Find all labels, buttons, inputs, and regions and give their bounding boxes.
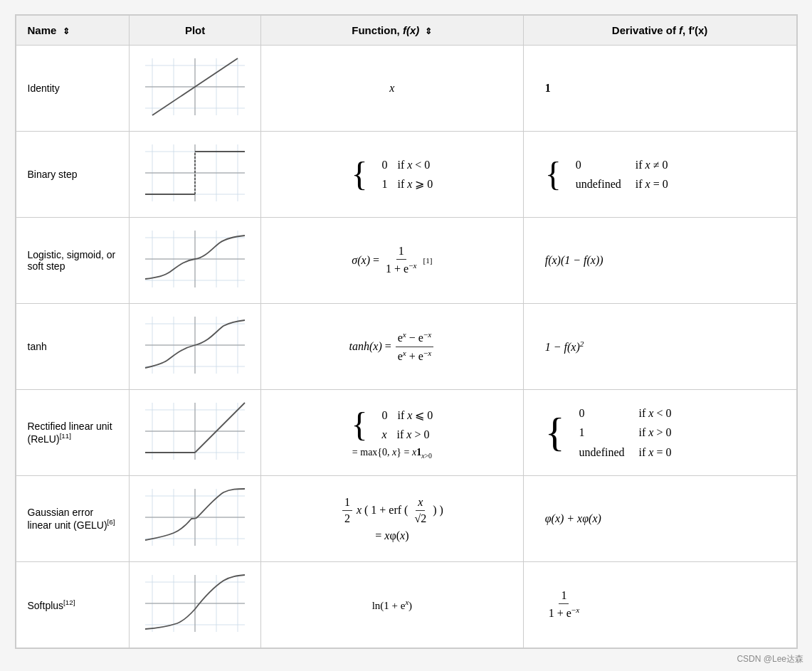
plot-cell-relu: [130, 390, 261, 476]
func-cell-tanh: tanh(x) = ex − e−x ex + e−x: [261, 304, 524, 390]
sort-icon-name[interactable]: ⇕: [63, 26, 70, 36]
header-name[interactable]: Name ⇕: [16, 16, 130, 46]
table-row: Softplus[12]: [16, 562, 796, 648]
name-cell-softplus: Softplus[12]: [16, 562, 130, 648]
deriv-cell-gelu: φ(x) + xφ(x): [523, 476, 796, 562]
plot-cell-softplus: [130, 562, 261, 648]
sort-icon-function[interactable]: ⇕: [425, 26, 432, 36]
watermark: CSDN @Lee达森: [737, 653, 803, 665]
func-cell-binary-step: { 0 if x < 0 1 if x ⩾ 0: [261, 132, 524, 218]
deriv-cell-tanh: 1 − f(x)2: [523, 304, 796, 390]
header-function[interactable]: Function, f(x) ⇕: [261, 16, 524, 46]
table-row: Gaussian error linear unit (GELU)[6]: [16, 476, 796, 562]
table-row: Logistic, sigmoid, or soft step: [16, 218, 796, 304]
header-plot: Plot: [130, 16, 261, 46]
deriv-cell-relu: { 0 if x < 0 1 if x > 0 undefine: [523, 390, 796, 476]
activation-functions-table: Name ⇕ Plot Function, f(x) ⇕ Derivative …: [15, 14, 798, 649]
func-cell-relu: { 0 if x ⩽ 0 x if x > 0: [261, 390, 524, 476]
name-cell-binary-step: Binary step: [16, 132, 130, 218]
func-cell-softplus: ln(1 + ex): [261, 562, 524, 648]
plot-cell-gelu: [130, 476, 261, 562]
plot-cell-tanh: [130, 304, 261, 390]
header-derivative: Derivative of f, f′(x): [523, 16, 796, 46]
deriv-cell-softplus: 1 1 + e−x: [523, 562, 796, 648]
deriv-cell-binary-step: { 0 if x ≠ 0 undefined if x = 0: [523, 132, 796, 218]
svg-line-55: [195, 403, 245, 453]
func-cell-sigmoid: σ(x) = 1 1 + e−x [1]: [261, 218, 524, 304]
table-row: tanh: [16, 304, 796, 390]
name-cell-relu: Rectified linear unit (ReLU)[11]: [16, 390, 130, 476]
table-row: Identity: [16, 46, 796, 132]
table-row: Rectified linear unit (ReLU)[11]: [16, 390, 796, 476]
name-cell-gelu: Gaussian error linear unit (GELU)[6]: [16, 476, 130, 562]
func-cell-identity: x: [261, 46, 524, 132]
name-cell-sigmoid: Logistic, sigmoid, or soft step: [16, 218, 130, 304]
deriv-cell-sigmoid: f(x)(1 − f(x)): [523, 218, 796, 304]
name-cell-identity: Identity: [16, 46, 130, 132]
plot-cell-binary-step: [130, 132, 261, 218]
deriv-cell-identity: 1: [523, 46, 796, 132]
func-cell-gelu: 1 2 x ( 1 + erf ( x √2 ): [261, 476, 524, 562]
table-row: Binary step: [16, 132, 796, 218]
plot-cell-sigmoid: [130, 218, 261, 304]
plot-cell-identity: [130, 46, 261, 132]
name-cell-tanh: tanh: [16, 304, 130, 390]
